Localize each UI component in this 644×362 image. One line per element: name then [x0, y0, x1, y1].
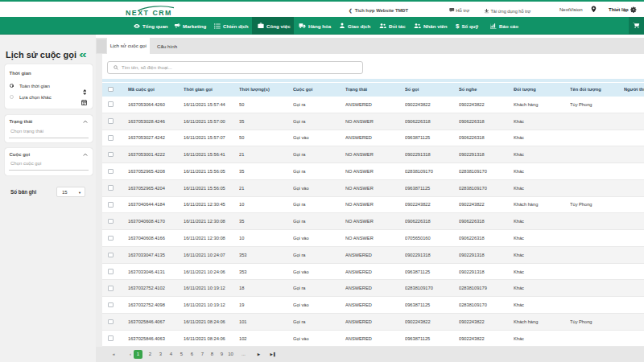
svg-text:NEXT CRM: NEXT CRM [126, 9, 172, 17]
